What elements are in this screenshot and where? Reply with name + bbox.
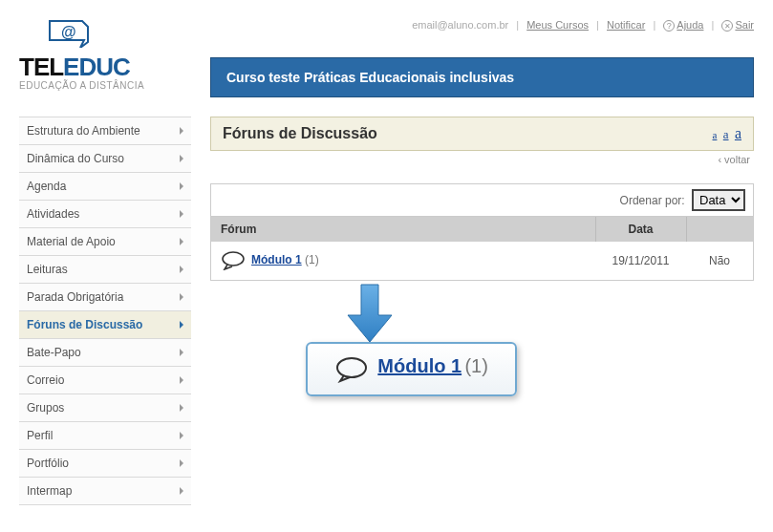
sidebar-item-label: Parada Obrigatória: [27, 290, 123, 304]
speech-icon: [334, 356, 369, 383]
font-size-controls: a a a: [710, 125, 741, 142]
chevron-right-icon: [180, 432, 183, 439]
font-size-medium[interactable]: a: [723, 127, 729, 141]
logo-text-1: TEL: [19, 53, 63, 81]
font-size-small[interactable]: a: [713, 129, 718, 140]
page-title: Fóruns de Discussão: [223, 125, 377, 142]
footer: niedInstituto de ComputaçãoUNICAMP 2008 …: [0, 524, 773, 532]
sidebar-item-label: Perfil: [27, 429, 53, 442]
sidebar-item-label: Agenda: [27, 180, 66, 193]
chevron-right-icon: [180, 210, 183, 218]
sidebar-item-label: Dinâmica do Curso: [27, 152, 124, 165]
my-courses-link[interactable]: Meus Cursos: [526, 19, 589, 31]
sidebar-item-label: Correio: [27, 373, 64, 387]
chevron-right-icon: [180, 404, 183, 412]
chevron-right-icon: [180, 266, 183, 273]
chevron-right-icon: [180, 459, 183, 467]
callout: Módulo 1 (1): [210, 288, 754, 403]
zoom-forum-count: (1): [464, 355, 487, 376]
svg-text:@: @: [61, 24, 76, 40]
back-link[interactable]: ‹ voltar: [718, 154, 750, 165]
chevron-right-icon: [180, 376, 183, 384]
logo-text-2: EDUC: [63, 53, 130, 81]
user-email: email@aluno.com.br: [412, 19, 508, 31]
top-utility-bar: email@aluno.com.br | Meus Cursos | Notif…: [412, 19, 754, 32]
logo-icon: @: [48, 19, 191, 51]
chevron-right-icon: [180, 155, 183, 162]
main-content: Fóruns de Discussão a a a ‹ voltar Orden…: [210, 117, 754, 403]
svg-point-1: [223, 252, 244, 266]
row-date: 19/11/2011: [595, 242, 686, 280]
notify-link[interactable]: Notificar: [607, 19, 645, 31]
sidebar-item[interactable]: Leituras: [19, 256, 191, 284]
exit-icon: ✕: [721, 20, 733, 32]
chevron-right-icon: [180, 293, 183, 301]
help-icon: ?: [663, 20, 675, 32]
sort-label: Ordenar por:: [620, 194, 685, 207]
forum-count: (1): [302, 253, 319, 266]
col-nova: [686, 217, 753, 242]
sidebar-item-label: Intermap: [27, 484, 72, 498]
col-forum: Fórum: [211, 217, 595, 242]
sidebar-item-label: Atividades: [27, 207, 79, 221]
sidebar-item[interactable]: Fóruns de Discussão: [19, 311, 191, 339]
chevron-right-icon: [180, 127, 183, 135]
logo-subtitle: EDUCAÇÃO A DISTÂNCIA: [19, 80, 191, 91]
sidebar-item[interactable]: Dinâmica do Curso: [19, 145, 191, 173]
sidebar-item[interactable]: Agenda: [19, 173, 191, 201]
zoom-box: Módulo 1 (1): [306, 342, 517, 396]
sidebar-item[interactable]: Estrutura do Ambiente: [19, 117, 191, 145]
forum-list-box: Ordenar por: Data Fórum Data Módulo 1 (1…: [210, 183, 754, 281]
chevron-right-icon: [180, 238, 183, 245]
sort-select[interactable]: Data: [692, 189, 745, 211]
sidebar-item[interactable]: Material de Apoio: [19, 228, 191, 256]
forum-link[interactable]: Módulo 1: [251, 253, 302, 266]
table-row: Módulo 1 (1)19/11/2011Não: [211, 242, 753, 280]
sidebar-item-label: Material de Apoio: [27, 235, 116, 248]
speech-icon: [221, 251, 246, 270]
sidebar-item-label: Estrutura do Ambiente: [27, 124, 140, 138]
sort-bar: Ordenar por: Data: [211, 184, 753, 217]
page-title-bar: Fóruns de Discussão a a a: [210, 117, 754, 151]
chevron-right-icon: [180, 182, 183, 190]
sidebar-item[interactable]: Intermap: [19, 478, 191, 505]
sidebar-item-label: Grupos: [27, 401, 64, 415]
sidebar-item[interactable]: Portfólio: [19, 450, 191, 478]
svg-point-2: [337, 358, 366, 377]
logo: @ TELEDUC EDUCAÇÃO A DISTÂNCIA: [19, 19, 191, 91]
exit-link[interactable]: Sair: [735, 19, 754, 31]
col-data: Data: [595, 217, 686, 242]
sidebar-item[interactable]: Bate-Papo: [19, 339, 191, 367]
chevron-right-icon: [180, 487, 183, 495]
sidebar-item[interactable]: Atividades: [19, 201, 191, 228]
font-size-large[interactable]: a: [735, 125, 741, 141]
sidebar-item-label: Portfólio: [27, 457, 69, 470]
sidebar-item-label: Leituras: [27, 263, 68, 276]
chevron-right-icon: [180, 349, 183, 356]
sidebar-item-label: Bate-Papo: [27, 346, 81, 359]
sidebar-item-label: Fóruns de Discussão: [27, 318, 142, 331]
chevron-right-icon: [180, 321, 183, 329]
row-new: Não: [686, 242, 753, 280]
sidebar-item[interactable]: Parada Obrigatória: [19, 284, 191, 311]
sidebar-item[interactable]: Perfil: [19, 422, 191, 450]
arrow-icon: [334, 283, 401, 350]
sidebar: Estrutura do AmbienteDinâmica do CursoAg…: [19, 117, 191, 505]
course-title-banner: Curso teste Práticas Educacionais inclus…: [210, 57, 754, 97]
sidebar-item[interactable]: Correio: [19, 367, 191, 394]
zoom-forum-link[interactable]: Módulo 1: [377, 355, 462, 376]
help-link[interactable]: Ajuda: [676, 19, 703, 31]
sidebar-item[interactable]: Grupos: [19, 394, 191, 422]
